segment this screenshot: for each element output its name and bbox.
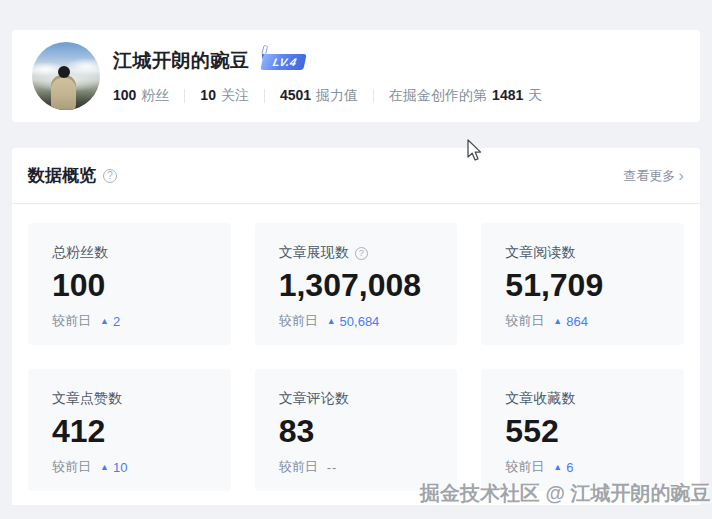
stat-cards-grid: 总粉丝数 100 较前日 ▲ 2 文章展现数 ? 1,307,008 较前日 ▲ [12, 204, 700, 491]
profile-stats-row: 100粉丝 10关注 4501掘力值 在掘金创作的第1481天 [113, 87, 542, 105]
power-count: 4501 [280, 87, 311, 103]
divider [264, 89, 265, 103]
stat-card-total-fans: 总粉丝数 100 较前日 ▲ 2 [28, 223, 231, 345]
card-value: 83 [279, 413, 434, 450]
delta-value: -- [327, 460, 338, 475]
username: 江城开朗的豌豆 [113, 48, 250, 74]
creation-days-suffix: 天 [528, 87, 542, 103]
delta-label: 较前日 [52, 458, 91, 476]
delta-label: 较前日 [505, 458, 544, 476]
following-label: 关注 [221, 87, 249, 103]
card-delta: 较前日 ▲ 864 [505, 312, 660, 330]
divider [184, 89, 185, 103]
avatar[interactable] [32, 42, 100, 110]
stat-card-article-bookmarks: 文章收藏数 552 较前日 ▲ 6 [481, 369, 684, 491]
delta-label: 较前日 [279, 312, 318, 330]
card-delta: 较前日 ▲ 6 [505, 458, 660, 476]
stat-card-article-reads: 文章阅读数 51,709 较前日 ▲ 864 [481, 223, 684, 345]
card-delta: 较前日 ▲ 2 [52, 312, 207, 330]
divider [373, 89, 374, 103]
panel-title: 数据概览 [28, 164, 96, 187]
creation-days-prefix: 在掘金创作的第 [389, 87, 487, 103]
followers-stat: 100粉丝 [113, 87, 169, 105]
following-count: 10 [200, 87, 216, 103]
triangle-up-icon: ▲ [553, 317, 562, 326]
card-label: 文章收藏数 [505, 390, 660, 408]
card-label: 文章展现数 ? [279, 244, 434, 262]
card-value: 412 [52, 413, 207, 450]
creation-days: 在掘金创作的第1481天 [389, 87, 542, 105]
help-icon[interactable]: ? [355, 247, 368, 260]
card-label: 文章评论数 [279, 390, 434, 408]
followers-count: 100 [113, 87, 136, 103]
triangle-up-icon: ▲ [327, 317, 336, 326]
avatar-person-head [58, 66, 70, 78]
delta-label: 较前日 [52, 312, 91, 330]
delta-label: 较前日 [279, 458, 318, 476]
mouse-cursor-icon [466, 139, 483, 162]
level-badge-label: LV.4 [260, 54, 306, 70]
delta-value: ▲ 864 [553, 314, 588, 329]
card-value: 51,709 [505, 267, 660, 304]
level-badge[interactable]: LV.4 [262, 52, 305, 70]
delta-value: ▲ 10 [100, 460, 127, 475]
creation-days-count: 1481 [492, 87, 523, 103]
delta-value: ▲ 6 [553, 460, 573, 475]
view-more-label: 查看更多 [623, 167, 675, 185]
card-value: 1,307,008 [279, 267, 434, 304]
card-delta: 较前日 ▲ 50,684 [279, 312, 434, 330]
help-icon[interactable]: ? [103, 169, 117, 183]
view-more-link[interactable]: 查看更多 › [623, 167, 684, 185]
power-label: 掘力值 [316, 87, 358, 103]
chevron-right-icon: › [678, 169, 684, 182]
triangle-up-icon: ▲ [100, 463, 109, 472]
triangle-up-icon: ▲ [553, 463, 562, 472]
profile-info: 江城开朗的豌豆 LV.4 100粉丝 10关注 4501掘力值 [113, 48, 542, 105]
card-delta: 较前日 -- [279, 458, 434, 476]
card-value: 100 [52, 267, 207, 304]
panel-header: 数据概览 ? 查看更多 › [12, 148, 700, 204]
followers-label: 粉丝 [141, 87, 169, 103]
following-stat: 10关注 [200, 87, 249, 105]
card-delta: 较前日 ▲ 10 [52, 458, 207, 476]
card-label: 文章点赞数 [52, 390, 207, 408]
delta-value: ▲ 2 [100, 314, 120, 329]
watermark: 掘金技术社区 @ 江城开朗的豌豆 [420, 480, 711, 507]
card-label: 总粉丝数 [52, 244, 207, 262]
card-label: 文章阅读数 [505, 244, 660, 262]
profile-card: 江城开朗的豌豆 LV.4 100粉丝 10关注 4501掘力值 [12, 30, 700, 122]
power-stat: 4501掘力值 [280, 87, 358, 105]
card-value: 552 [505, 413, 660, 450]
data-overview-panel: 数据概览 ? 查看更多 › 总粉丝数 100 较前日 ▲ 2 文章展现数 [12, 148, 700, 505]
delta-label: 较前日 [505, 312, 544, 330]
triangle-up-icon: ▲ [100, 317, 109, 326]
stat-card-article-likes: 文章点赞数 412 较前日 ▲ 10 [28, 369, 231, 491]
avatar-person-body [51, 75, 76, 110]
stat-card-article-comments: 文章评论数 83 较前日 -- [255, 369, 458, 491]
stat-card-article-impressions: 文章展现数 ? 1,307,008 较前日 ▲ 50,684 [255, 223, 458, 345]
delta-value: ▲ 50,684 [327, 314, 380, 329]
